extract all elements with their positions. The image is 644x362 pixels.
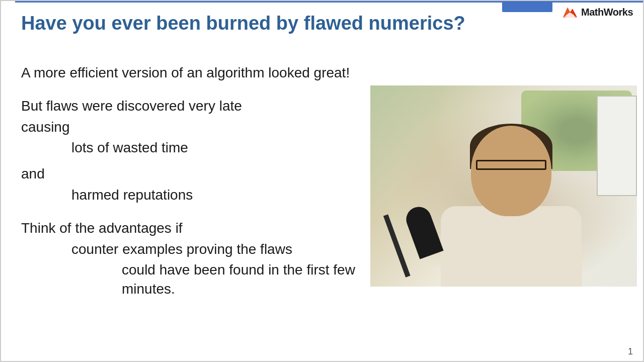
content-line-6: harmed reputations xyxy=(21,186,356,205)
slide-title: Have you ever been burned by flawed nume… xyxy=(21,12,512,35)
video-area xyxy=(370,85,637,287)
content-line-5: and xyxy=(21,164,356,184)
content-line-3: causing xyxy=(21,118,356,137)
microphone xyxy=(403,203,443,259)
slide-number: 1 xyxy=(628,346,633,357)
whiteboard xyxy=(597,96,637,196)
content-line-7: Think of the advantages if xyxy=(21,219,356,238)
content-line-4: lots of wasted time xyxy=(21,138,356,157)
content-line-8: counter examples proving the flaws xyxy=(21,240,356,259)
mic-stand xyxy=(383,214,411,278)
top-button[interactable] xyxy=(502,1,552,12)
content-area: A more efficient version of an algorithm… xyxy=(21,56,356,301)
mathworks-logo-icon xyxy=(562,4,578,20)
person-body xyxy=(441,206,582,287)
slide-container: MathWorks Have you ever been burned by f… xyxy=(0,0,644,362)
mathworks-logo-text: MathWorks xyxy=(581,7,633,18)
video-background xyxy=(370,85,637,287)
content-line-2: But flaws were discovered very late xyxy=(21,97,356,116)
mathworks-logo: MathWorks xyxy=(562,4,633,20)
person-head xyxy=(471,126,551,216)
content-line-1: A more efficient version of an algorithm… xyxy=(21,63,356,82)
person-glasses xyxy=(476,160,546,170)
content-line-9: could have been found in the first few m… xyxy=(21,260,356,299)
